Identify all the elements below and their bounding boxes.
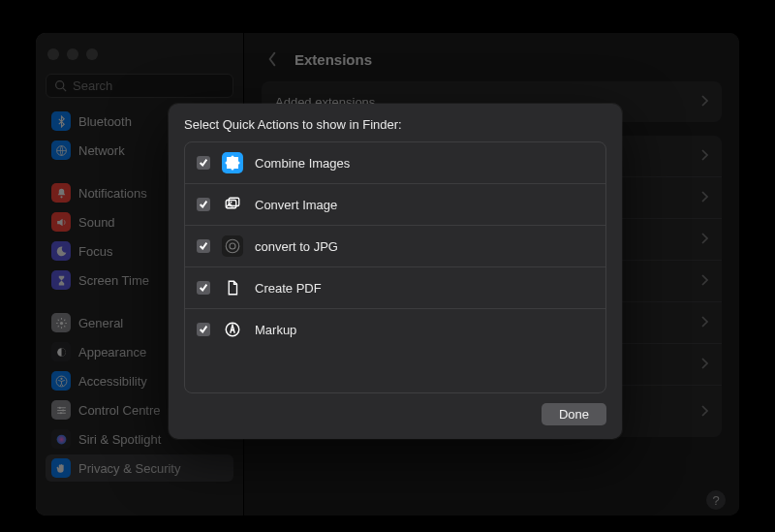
search-input[interactable]: Search [46, 74, 233, 98]
siri-icon [51, 429, 71, 449]
sidebar-item-label: Accessibility [78, 374, 147, 389]
chevron-right-icon [700, 356, 708, 373]
quick-action-label: Create PDF [255, 281, 322, 296]
chevron-right-icon [700, 93, 708, 110]
sidebar-item-label: Privacy & Security [78, 461, 180, 476]
sidebar-item-label: Control Centre [78, 403, 161, 418]
search-placeholder: Search [73, 78, 112, 93]
quick-action-row: Create PDF [185, 267, 605, 309]
speaker-icon [51, 212, 71, 232]
chevron-right-icon [700, 231, 708, 248]
quick-action-label: Markup [255, 323, 296, 337]
svg-point-15 [226, 239, 239, 253]
svg-rect-12 [226, 201, 236, 208]
svg-point-10 [59, 412, 61, 414]
svg-point-9 [62, 409, 64, 411]
images-icon [222, 194, 243, 215]
window-traffic-lights[interactable] [46, 43, 233, 74]
traffic-close-icon[interactable] [47, 48, 59, 60]
hourglass-icon [51, 270, 71, 290]
chevron-right-icon [700, 189, 708, 206]
chevron-right-icon [700, 314, 708, 331]
sliders-icon [51, 400, 71, 420]
quick-actions-list: Combine ImagesConvert Imageconvert to JP… [184, 141, 606, 393]
sidebar-item-label: Notifications [78, 186, 147, 201]
sidebar-item-label: Bluetooth [78, 114, 132, 129]
svg-point-14 [231, 202, 232, 203]
svg-point-7 [60, 377, 62, 379]
sidebar-item-label: General [78, 316, 123, 330]
quick-action-row: Combine Images [185, 142, 605, 184]
sidebar-item-label: Network [78, 143, 125, 158]
network-icon [51, 141, 71, 160]
accessibility-icon [51, 371, 71, 391]
back-button[interactable] [262, 48, 283, 70]
quick-action-label: Combine Images [255, 156, 350, 171]
bell-icon [51, 183, 71, 203]
done-button[interactable]: Done [542, 403, 606, 425]
quick-action-label: convert to JPG [255, 239, 338, 254]
checkbox[interactable] [197, 239, 210, 253]
svg-point-16 [230, 243, 235, 249]
gear-icon [51, 313, 71, 332]
workflow-icon [222, 235, 243, 257]
page-title: Extensions [294, 51, 372, 68]
svg-point-8 [58, 406, 60, 408]
quick-action-row: Markup [185, 309, 605, 350]
sidebar-item-label: Siri & Spotlight [78, 432, 161, 447]
puzzle-icon [222, 152, 243, 173]
traffic-max-icon[interactable] [86, 48, 98, 60]
sidebar-item-label: Focus [78, 244, 112, 259]
checkbox[interactable] [197, 198, 210, 211]
quick-action-row: convert to JPG [185, 226, 605, 267]
bluetooth-icon [51, 111, 71, 131]
appearance-icon [51, 342, 71, 361]
svg-point-0 [56, 81, 64, 89]
checkbox[interactable] [197, 281, 210, 295]
svg-line-1 [63, 88, 66, 91]
quick-action-label: Convert Image [255, 198, 337, 212]
checkbox[interactable] [197, 323, 210, 336]
chevron-right-icon [700, 403, 708, 421]
document-icon [222, 277, 243, 298]
chevron-right-icon [700, 272, 708, 290]
search-icon [54, 79, 67, 92]
traffic-min-icon[interactable] [67, 48, 78, 60]
moon-icon [51, 241, 71, 261]
svg-point-11 [56, 434, 66, 444]
sidebar-item-privacy-security[interactable]: Privacy & Security [46, 454, 233, 482]
markup-icon [222, 319, 243, 340]
chevron-left-icon [267, 51, 277, 67]
svg-point-3 [60, 196, 62, 198]
checkbox[interactable] [197, 156, 210, 170]
chevron-right-icon [700, 147, 708, 165]
sidebar-item-label: Sound [78, 215, 115, 230]
quick-actions-modal: Select Quick Actions to show in Finder: … [169, 104, 622, 439]
sidebar-item-label: Screen Time [78, 273, 149, 288]
help-button[interactable]: ? [706, 490, 726, 510]
quick-action-row: Convert Image [185, 184, 605, 226]
sidebar-item-label: Appearance [78, 345, 146, 360]
modal-title: Select Quick Actions to show in Finder: [184, 117, 606, 132]
hand-icon [51, 458, 71, 478]
svg-point-4 [59, 321, 62, 324]
